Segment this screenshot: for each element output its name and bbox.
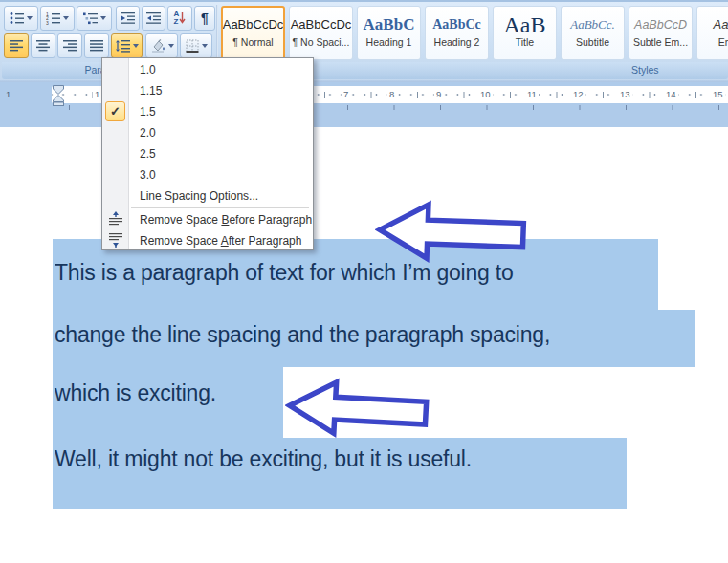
menu-item-2.5[interactable]: 2.5 [102, 143, 313, 164]
style-card-no-spacing[interactable]: AaBbCcDc ¶ No Spaci... [289, 6, 353, 60]
align-left-button[interactable] [4, 33, 29, 58]
pilcrow-icon: ¶ [201, 11, 209, 26]
ruler-number: 8 [387, 89, 396, 100]
style-card-subtle-emphasis[interactable]: AaBbCcD Subtle Em... [629, 6, 693, 60]
style-sample: AaBbCcD [634, 18, 687, 32]
ruler-number: 14 [664, 89, 678, 100]
style-label: Subtitle [576, 36, 609, 48]
line-spacing-button[interactable] [111, 33, 143, 58]
shading-bucket-icon [150, 39, 165, 53]
menu-item-remove-space-after[interactable]: Remove Space After Paragraph [102, 230, 313, 251]
menu-item-1.0[interactable]: 1.0 [102, 59, 313, 80]
ruler-number: 11 [525, 89, 539, 100]
indent-marker[interactable] [52, 85, 65, 106]
remove-space-before-icon [108, 211, 123, 227]
style-sample: AaBbCcDc [223, 18, 284, 32]
multilevel-list-button[interactable] [77, 6, 112, 31]
ruler-number: 15 [711, 89, 725, 100]
style-label: ¶ Normal [232, 36, 273, 48]
style-card-heading2[interactable]: AaBbCc Heading 2 [425, 6, 489, 60]
borders-button[interactable] [180, 33, 212, 58]
style-sample: AaB [504, 18, 546, 32]
left-arrow-shape[interactable] [283, 371, 431, 445]
style-label: Heading 1 [366, 36, 412, 48]
style-card-normal[interactable]: AaBbCcDc ¶ Normal [221, 6, 285, 60]
bullets-button[interactable] [4, 6, 38, 31]
style-sample: AaBbCcDc [291, 18, 352, 32]
line-spacing-icon [115, 39, 130, 53]
dropdown-arrow-icon [63, 16, 69, 20]
style-card-subtitle[interactable]: AaBbCc. Subtitle [561, 6, 625, 60]
multilevel-list-icon [83, 11, 98, 25]
dropdown-arrow-icon [27, 16, 33, 20]
style-sample: AaBbCc [432, 18, 481, 32]
ruler-number: 10 [478, 89, 493, 100]
menu-item-1.5[interactable]: 1.5 [102, 101, 313, 122]
style-card-heading1[interactable]: AaBbC Heading 1 [357, 6, 421, 60]
menu-separator [131, 207, 309, 208]
style-label: Subtle Em... [633, 36, 688, 48]
justify-button[interactable] [84, 33, 109, 58]
show-paragraph-marks-button[interactable]: ¶ [194, 6, 215, 31]
align-right-icon [63, 40, 77, 52]
align-right-button[interactable] [57, 33, 82, 58]
align-left-icon [10, 40, 23, 52]
style-label: ¶ No Spaci... [293, 36, 350, 48]
numbering-button[interactable]: 1 2 3 [40, 6, 75, 31]
ruler-number: 7 [342, 89, 350, 100]
ruler-number: 1 [4, 89, 12, 100]
dropdown-arrow-icon [168, 44, 174, 48]
ruler-number: 12 [571, 89, 585, 100]
remove-space-after-icon [108, 232, 123, 248]
menu-item-text: Remove Space [140, 213, 221, 227]
paragraph-text-line[interactable]: which is exciting. [55, 380, 216, 406]
menu-item-accelerator: A [221, 234, 229, 248]
justify-icon [90, 40, 103, 52]
menu-item-text: Remove Space [140, 234, 221, 248]
style-label: Heading 2 [434, 36, 480, 48]
style-sample: AaBb [714, 18, 728, 32]
style-sample: AaBbCc. [570, 18, 615, 32]
svg-text:3: 3 [46, 20, 49, 26]
ruler-number: 9 [434, 89, 443, 100]
ruler-number: 1 [93, 89, 101, 100]
dropdown-arrow-icon [202, 44, 208, 48]
ruler-number: 13 [618, 89, 632, 100]
borders-icon [186, 39, 199, 53]
style-card-title[interactable]: AaB Title [493, 6, 557, 60]
increase-indent-icon [146, 11, 161, 25]
menu-item-line-spacing-options[interactable]: Line Spacing Options... [102, 185, 313, 206]
style-sample: AaBbC [364, 18, 415, 32]
style-label: Title [516, 36, 534, 48]
style-card-emphasis[interactable]: AaBb Emp [696, 6, 728, 60]
menu-item-text: efore Paragraph [229, 213, 312, 227]
menu-item-3.0[interactable]: 3.0 [102, 164, 313, 185]
sort-button[interactable]: A Z [167, 6, 192, 31]
menu-item-2.0[interactable]: 2.0 [102, 122, 313, 143]
menu-item-1.15[interactable]: 1.15 [102, 80, 313, 101]
decrease-indent-icon [121, 11, 135, 25]
paragraph-text-line[interactable]: change the line spacing and the paragrap… [55, 322, 550, 348]
line-spacing-menu: 1.0 1.15 1.5 2.0 2.5 3.0 Line Spacing Op… [101, 57, 314, 250]
checkmark-icon: ✓ [110, 104, 121, 119]
increase-indent-button[interactable] [142, 6, 165, 31]
align-center-icon [36, 40, 50, 52]
dropdown-arrow-icon [100, 16, 106, 20]
left-arrow-shape[interactable] [374, 194, 529, 269]
menu-item-text: fter Paragraph [229, 234, 302, 248]
checked-indicator: ✓ [105, 101, 125, 121]
bullets-icon [10, 11, 24, 25]
numbering-icon: 1 2 3 [46, 11, 60, 25]
styles-group-label-text: Styles [631, 62, 659, 78]
sort-icon: A Z [174, 11, 187, 26]
decrease-indent-button[interactable] [116, 6, 140, 31]
shading-button[interactable] [145, 33, 178, 58]
menu-item-remove-space-before[interactable]: Remove Space Before Paragraph [102, 209, 313, 230]
paragraph-text-line[interactable]: Well, it might not be exciting, but it i… [55, 446, 472, 472]
dropdown-arrow-icon [133, 44, 139, 48]
align-center-button[interactable] [31, 33, 55, 58]
style-label: Emp [718, 36, 728, 48]
